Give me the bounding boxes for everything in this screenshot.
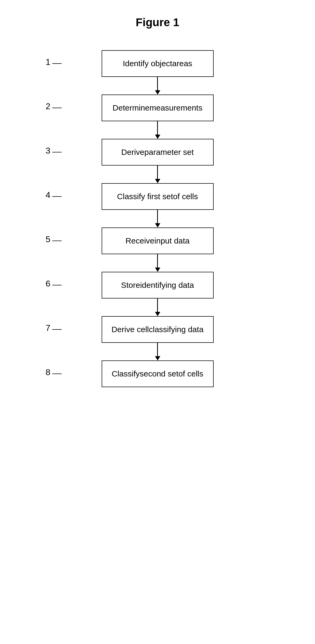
arrow-head <box>155 356 160 360</box>
step-row-3: 3Deriveparameter set <box>38 139 278 166</box>
figure-title: Figure 1 <box>136 16 179 29</box>
step-label-line: Derive cell <box>111 325 149 334</box>
arrow-5 <box>155 254 160 272</box>
step-row-5: 5Receiveinput data <box>38 227 278 254</box>
step-label-line: of cells <box>173 192 198 201</box>
svg-text:5: 5 <box>46 234 50 244</box>
annotation-line-4: 4 <box>38 189 91 205</box>
annotation-line-6: 6 <box>38 277 91 293</box>
step-label-line: parameter set <box>144 148 194 157</box>
step-2: Determinemeasurements <box>102 95 214 121</box>
annotation-line-1: 1 <box>38 56 91 72</box>
step-row-8: 8Classifysecond setof cells <box>38 360 278 387</box>
svg-text:2: 2 <box>46 101 50 111</box>
step-label-line: classifying data <box>149 325 204 334</box>
svg-text:7: 7 <box>46 323 50 333</box>
arrow-head <box>155 135 160 139</box>
annotation-line-3: 3 <box>38 144 91 160</box>
step-label-line: of cells <box>178 369 203 378</box>
annotation-line-5: 5 <box>38 233 91 249</box>
svg-text:1: 1 <box>46 57 50 67</box>
arrow-7 <box>155 343 160 360</box>
arrow-2 <box>155 121 160 139</box>
step-label-line: Derive <box>121 148 145 157</box>
svg-text:6: 6 <box>46 279 50 288</box>
step-row-4: 4Classify first setof cells <box>38 183 278 210</box>
step-label-line: second set <box>140 369 178 378</box>
step-7: Derive cellclassifying data <box>102 316 214 343</box>
step-4: Classify first setof cells <box>102 183 214 210</box>
page-container: Figure 1 1Identify objectareas2Determine… <box>0 0 315 644</box>
flowchart-container: 1Identify objectareas2Determinemeasureme… <box>38 50 278 387</box>
annotation-line-2: 2 <box>38 100 91 116</box>
step-label-line: Classify first set <box>117 192 173 201</box>
svg-text:3: 3 <box>46 146 50 155</box>
step-6: Storeidentifying data <box>102 272 214 299</box>
arrow-line <box>157 343 158 356</box>
step-row-6: 6Storeidentifying data <box>38 272 278 299</box>
arrow-line <box>157 210 158 223</box>
step-8: Classifysecond setof cells <box>102 360 214 387</box>
step-row-7: 7Derive cellclassifying data <box>38 316 278 343</box>
arrow-line <box>157 166 158 179</box>
svg-text:8: 8 <box>46 367 50 377</box>
arrow-line <box>157 77 158 90</box>
step-1: Identify objectareas <box>102 50 214 77</box>
step-5: Receiveinput data <box>102 227 214 254</box>
step-label-line: input data <box>154 236 190 245</box>
arrow-1 <box>155 77 160 95</box>
step-label-line: Classify <box>112 369 140 378</box>
arrow-head <box>155 179 160 183</box>
arrow-head <box>155 223 160 227</box>
arrow-head <box>155 312 160 316</box>
step-label-line: Identify object <box>123 59 172 68</box>
arrow-head <box>155 90 160 95</box>
arrow-line <box>157 121 158 135</box>
arrow-line <box>157 254 158 268</box>
arrow-head <box>155 268 160 272</box>
step-row-2: 2Determinemeasurements <box>38 95 278 121</box>
annotation-line-8: 8 <box>38 366 91 382</box>
arrow-line <box>157 299 158 312</box>
step-label-line: areas <box>172 59 192 68</box>
arrow-4 <box>155 210 160 227</box>
arrow-6 <box>155 299 160 316</box>
step-row-1: 1Identify objectareas <box>38 50 278 77</box>
step-label-line: Store <box>121 281 140 290</box>
step-label-line: measurements <box>149 103 202 112</box>
annotation-line-7: 7 <box>38 321 91 337</box>
svg-text:4: 4 <box>46 190 50 200</box>
step-label-line: Determine <box>113 103 149 112</box>
step-label-line: Receive <box>125 236 154 245</box>
step-3: Deriveparameter set <box>102 139 214 166</box>
arrow-3 <box>155 166 160 183</box>
step-label-line: identifying data <box>140 281 194 290</box>
